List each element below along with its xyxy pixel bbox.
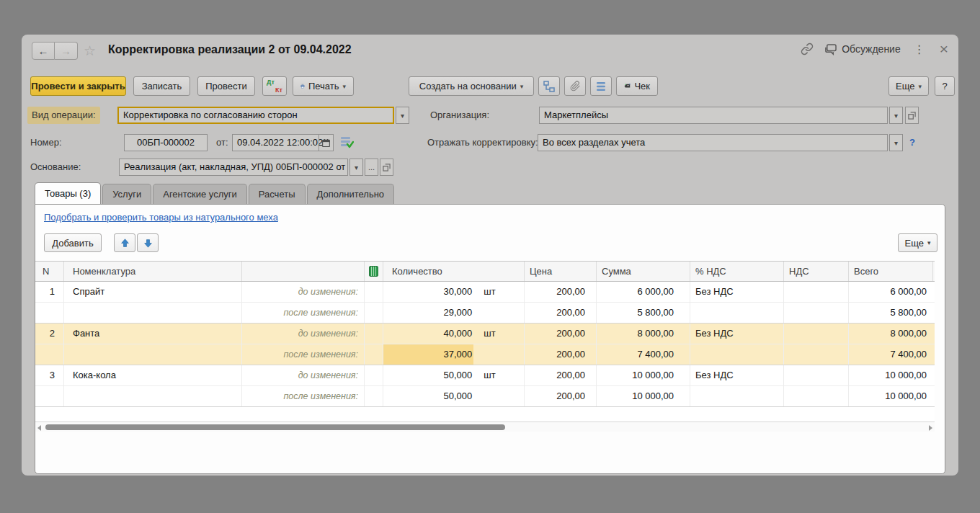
operation-type-label: Вид операции: (27, 107, 100, 124)
table-row[interactable]: 1 Спрайт до изменения: 30,000шт 200,00 6… (35, 282, 935, 303)
print-button[interactable]: Печать▾ (293, 76, 354, 96)
number-label: Номер: (30, 134, 62, 151)
more-menu-icon[interactable]: ⋮ (911, 43, 928, 56)
stack-icon (596, 81, 606, 92)
col-header-vat-rate: % НДС (690, 262, 784, 281)
goods-tab-panel: Подобрать и проверить товары из натураль… (35, 204, 945, 474)
organization-dropdown[interactable]: ▾ (889, 107, 903, 124)
move-down-button[interactable] (137, 233, 159, 252)
discussion-button[interactable]: Обсуждение (824, 43, 901, 55)
chat-bubbles-icon (824, 43, 837, 55)
check-button[interactable]: Чек (616, 76, 658, 96)
chevron-down-icon: ▾ (401, 112, 404, 120)
table-empty-area (35, 407, 935, 421)
favorite-star-icon[interactable]: ☆ (84, 43, 96, 59)
chevron-down-icon: ▾ (894, 112, 898, 120)
attachments-button[interactable] (564, 76, 586, 96)
tab-services[interactable]: Услуги (102, 184, 151, 204)
date-field[interactable]: 09.04.2022 12:00:02 (232, 134, 334, 151)
tab-agent-services[interactable]: Агентские услуги (153, 184, 247, 204)
register-records-button[interactable] (590, 76, 612, 96)
discussion-label: Обсуждение (842, 43, 901, 55)
scrollbar-thumb[interactable] (45, 424, 505, 430)
col-header-price: Цена (525, 262, 597, 281)
add-row-button[interactable]: Добавить (44, 233, 102, 252)
forward-arrow-icon: → (61, 45, 71, 57)
reflect-dropdown[interactable]: ▾ (889, 134, 903, 151)
chevron-down-icon: ▾ (520, 83, 524, 90)
tab-goods[interactable]: Товары (3) (35, 182, 101, 204)
command-bar: Провести и закрыть Записать Провести Дт … (22, 76, 958, 98)
table-row-selected[interactable]: 2 Фанта до изменения: 40,000шт 200,00 8 … (35, 324, 935, 344)
reflect-adjustment-label: Отражать корректировку: (427, 134, 538, 151)
reflect-adjustment-field[interactable]: Во всех разделах учета (538, 134, 888, 151)
paperclip-icon (570, 81, 581, 92)
organization-open-button[interactable] (905, 107, 919, 124)
create-based-on-button[interactable]: Создать на основании▾ (409, 76, 534, 96)
title-bar: ← → ☆ Корректировка реализации 2 от 09.0… (22, 40, 958, 65)
selected-cell[interactable]: 37,000 (383, 344, 473, 365)
date-label: от: (216, 134, 228, 151)
fur-marking-icon (369, 266, 378, 277)
horizontal-scrollbar[interactable] (35, 421, 935, 432)
table-header-row[interactable]: N Номенклатура Количество Цена Сумма % Н… (35, 262, 935, 282)
table-row[interactable]: после изменения: 29,000 200,00 5 800,00 … (35, 303, 935, 324)
col-header-marking (365, 262, 383, 281)
table-row[interactable]: после изменения: 50,000 200,00 10 000,00… (35, 386, 935, 407)
table-row-selected[interactable]: после изменения: 37,000 200,00 7 400,00 … (35, 344, 935, 365)
copy-link-icon[interactable] (801, 43, 814, 55)
basis-ellipsis-button[interactable]: ... (365, 159, 378, 176)
save-button[interactable]: Записать (133, 76, 190, 96)
move-up-button[interactable] (114, 233, 135, 252)
basis-label: Основание: (30, 159, 81, 176)
tab-additional[interactable]: Дополнительно (307, 184, 395, 204)
basis-dropdown[interactable]: ▾ (349, 159, 363, 176)
scroll-right-icon[interactable] (929, 425, 932, 431)
organization-label: Организация: (430, 107, 489, 124)
calendar-button[interactable] (318, 135, 333, 151)
reflect-help-link[interactable]: ? (909, 134, 915, 151)
tab-settlements[interactable]: Расчеты (249, 184, 306, 204)
col-header-sum: Сумма (597, 262, 690, 281)
forward-button[interactable]: → (55, 42, 78, 60)
debit-label: Дт (267, 79, 275, 86)
col-header-change (242, 262, 365, 281)
open-icon (383, 164, 391, 171)
dtkt-button[interactable]: Дт Кт (262, 76, 287, 96)
back-button[interactable]: ← (32, 42, 55, 60)
basis-open-button[interactable] (380, 159, 393, 176)
post-and-close-button[interactable]: Провести и закрыть (30, 76, 126, 96)
help-button[interactable]: ? (935, 76, 955, 96)
table-more-button[interactable]: Еще▾ (898, 233, 937, 252)
arrow-up-icon (120, 238, 130, 248)
chevron-down-icon: ▾ (342, 83, 346, 90)
cash-register-icon (624, 81, 631, 91)
chevron-down-icon: ▾ (355, 164, 358, 171)
organization-field[interactable]: Маркетплейсы (539, 107, 888, 124)
number-field[interactable]: 00БП-000002 (124, 134, 208, 151)
chevron-down-icon: ▾ (894, 139, 898, 147)
more-actions-button[interactable]: Еще▾ (888, 76, 929, 96)
col-header-quantity: Количество (383, 262, 525, 281)
arrow-down-icon (143, 238, 153, 248)
history-nav: ← → (32, 42, 78, 60)
printer-icon (300, 81, 305, 91)
document-window: ← → ☆ Корректировка реализации 2 от 09.0… (22, 35, 958, 476)
col-header-n: N (35, 262, 64, 281)
desktop-background: ← → ☆ Корректировка реализации 2 от 09.0… (0, 0, 980, 513)
basis-field[interactable]: Реализация (акт, накладная, УПД) 00БП-00… (119, 159, 348, 176)
operation-type-dropdown[interactable]: ▾ (396, 107, 409, 124)
scroll-left-icon[interactable] (37, 425, 41, 431)
post-button[interactable]: Провести (197, 76, 255, 96)
chevron-down-icon: ▾ (918, 83, 922, 90)
related-documents-button[interactable] (538, 76, 560, 96)
col-header-total: Всего (849, 262, 933, 281)
fur-goods-link[interactable]: Подобрать и проверить товары из натураль… (44, 212, 278, 223)
table-row[interactable]: 3 Кока-кола до изменения: 50,000шт 200,0… (35, 365, 935, 386)
open-icon (908, 112, 916, 120)
structure-icon (543, 81, 555, 92)
close-icon[interactable]: × (938, 42, 950, 56)
tab-bar: Товары (3) Услуги Агентские услуги Расче… (35, 183, 396, 204)
operation-type-field[interactable]: Корректировка по согласованию сторон (117, 107, 394, 124)
calendar-icon (322, 139, 330, 147)
